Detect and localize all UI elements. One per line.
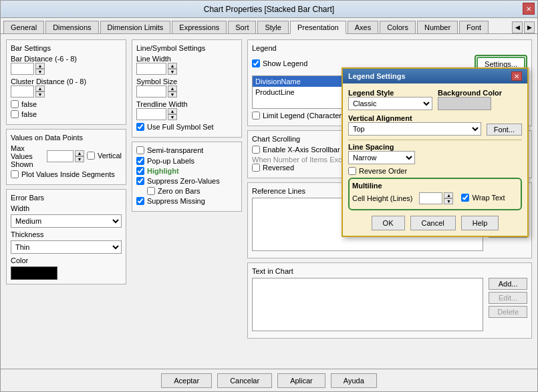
highlight-checkbox[interactable] bbox=[136, 167, 144, 175]
tab-nav-right[interactable]: ▶ bbox=[524, 21, 535, 33]
symbol-size-down[interactable]: ▼ bbox=[168, 91, 177, 97]
max-values-input[interactable]: 100 bbox=[47, 150, 74, 162]
tab-axes[interactable]: Axes bbox=[348, 21, 378, 33]
thickness-dropdown[interactable]: Thin bbox=[11, 240, 122, 254]
bg-color-picker[interactable] bbox=[438, 97, 491, 110]
tab-nav-left[interactable]: ◀ bbox=[512, 21, 523, 33]
wrap-text-label: Wrap Text bbox=[472, 194, 505, 202]
bar-distance-input[interactable]: 2 bbox=[11, 63, 34, 75]
tab-sort[interactable]: Sort bbox=[228, 21, 256, 33]
values-title: Values on Data Points bbox=[11, 134, 122, 142]
cluster-distance-up[interactable]: ▲ bbox=[35, 85, 45, 91]
dialog-cancel-button[interactable]: Cancel bbox=[410, 216, 456, 230]
max-values-up[interactable]: ▲ bbox=[75, 150, 84, 156]
trendline-width-label: Trendline Width bbox=[136, 100, 237, 108]
suppress-missing-checkbox[interactable] bbox=[136, 197, 144, 205]
accept-button[interactable]: Aceptar bbox=[161, 373, 212, 388]
font-button[interactable]: Font... bbox=[487, 124, 522, 136]
window-close-button[interactable]: ✕ bbox=[523, 3, 535, 15]
limit-legend-checkbox[interactable] bbox=[252, 112, 260, 120]
tab-font[interactable]: Font bbox=[459, 21, 489, 33]
legend-style-dropdown[interactable]: Classic bbox=[348, 97, 432, 110]
line-spacing-label: Line Spacing bbox=[348, 143, 522, 151]
text-delete-button[interactable]: Delete bbox=[489, 306, 527, 318]
dialog-help-button[interactable]: Help bbox=[461, 216, 499, 230]
apply-button[interactable]: Aplicar bbox=[277, 373, 325, 388]
tab-general[interactable]: General bbox=[3, 21, 44, 33]
symbol-size-up[interactable]: ▲ bbox=[168, 85, 177, 91]
reverse-order-checkbox[interactable] bbox=[348, 167, 356, 175]
allow-thin-bars-checkbox[interactable] bbox=[11, 100, 19, 108]
width-dropdown[interactable]: Medium bbox=[11, 214, 122, 228]
dialog-close-button[interactable]: ✕ bbox=[511, 71, 522, 81]
popup-labels-row: Pop-up Labels bbox=[136, 157, 237, 165]
vertical-align-col: Vertical Alignment Top bbox=[348, 114, 481, 136]
wrap-text-row: Wrap Text bbox=[461, 194, 505, 202]
zero-on-bars-checkbox[interactable] bbox=[147, 187, 155, 195]
popup-labels-checkbox[interactable] bbox=[136, 157, 144, 165]
text-edit-button[interactable]: Edit... bbox=[489, 292, 527, 304]
line-spacing-dropdown[interactable]: Narrow bbox=[348, 151, 415, 164]
color-row: Color bbox=[11, 256, 122, 264]
thickness-label: Thickness bbox=[11, 230, 44, 238]
vertical-checkbox[interactable] bbox=[87, 152, 95, 160]
data-point-group: Semi-transparent Pop-up Labels Highlight… bbox=[132, 142, 242, 212]
main-window: Chart Properties [Stacked Bar Chart] ✕ G… bbox=[0, 0, 538, 392]
semi-transparent-section: Semi-transparent bbox=[136, 146, 237, 154]
dialog-content: Legend Style Classic Background Color Ve… bbox=[343, 83, 527, 236]
reversed-checkbox[interactable] bbox=[252, 164, 260, 172]
wrap-text-checkbox[interactable] bbox=[461, 194, 469, 202]
dialog-title-bar: Legend Settings ✕ bbox=[343, 69, 527, 83]
dialog-ok-button[interactable]: OK bbox=[372, 216, 405, 230]
text-add-button[interactable]: Add... bbox=[489, 278, 527, 290]
tab-presentation[interactable]: Presentation bbox=[290, 21, 346, 34]
show-legend-checkbox[interactable] bbox=[252, 59, 260, 67]
popup-labels-label: Pop-up Labels bbox=[147, 157, 194, 165]
line-width-input[interactable]: 2 pt bbox=[136, 63, 166, 75]
text-action-buttons: Add... Edit... Delete bbox=[489, 278, 527, 334]
tab-bar: General Dimensions Dimension Limits Expr… bbox=[1, 18, 537, 34]
color-picker[interactable] bbox=[11, 266, 57, 280]
cluster-distance-spinner: ▲ ▼ bbox=[35, 85, 45, 97]
text-section: Add... Edit... Delete bbox=[252, 278, 527, 334]
error-bars-title: Error Bars bbox=[11, 194, 122, 202]
tab-dimension-limits[interactable]: Dimension Limits bbox=[100, 21, 171, 33]
tab-number[interactable]: Number bbox=[417, 21, 458, 33]
help-button[interactable]: Ayuda bbox=[331, 373, 377, 388]
max-values-label: Max Values Shown bbox=[11, 144, 44, 168]
show-all-bars-checkbox[interactable] bbox=[11, 110, 19, 118]
vertical-row: Vertical bbox=[87, 152, 122, 160]
reversed-label: Reversed bbox=[263, 164, 294, 172]
line-width-up[interactable]: ▲ bbox=[168, 63, 177, 69]
cluster-distance-down[interactable]: ▼ bbox=[35, 91, 45, 97]
semi-transparent-checkbox[interactable] bbox=[136, 146, 144, 154]
vertical-align-dropdown[interactable]: Top bbox=[348, 122, 481, 136]
trendline-width-input[interactable]: 1 pt bbox=[136, 108, 166, 120]
line-width-label: Line Width bbox=[136, 55, 237, 63]
tab-expressions[interactable]: Expressions bbox=[172, 21, 227, 33]
cell-height-down[interactable]: ▼ bbox=[444, 198, 453, 204]
bg-color-label: Background Color bbox=[438, 89, 522, 97]
plot-inside-checkbox[interactable] bbox=[11, 170, 19, 178]
line-width-down[interactable]: ▼ bbox=[168, 69, 177, 75]
trendline-width-up[interactable]: ▲ bbox=[168, 108, 177, 114]
tab-colors[interactable]: Colors bbox=[380, 21, 416, 33]
cell-height-up[interactable]: ▲ bbox=[444, 192, 453, 198]
use-full-symbol-checkbox[interactable] bbox=[136, 123, 144, 131]
enable-scrollbar-checkbox[interactable] bbox=[252, 146, 260, 154]
color-label: Color bbox=[11, 256, 28, 264]
max-values-down[interactable]: ▼ bbox=[75, 156, 84, 162]
trendline-width-down[interactable]: ▼ bbox=[168, 114, 177, 120]
tab-dimensions[interactable]: Dimensions bbox=[45, 21, 98, 33]
bar-distance-up[interactable]: ▲ bbox=[35, 63, 45, 69]
line-spacing-row: Line Spacing Narrow bbox=[348, 143, 522, 164]
bar-distance-down[interactable]: ▼ bbox=[35, 69, 45, 75]
symbol-size-input[interactable]: 2 pt bbox=[136, 85, 166, 97]
tab-nav: ◀ ▶ bbox=[512, 21, 535, 33]
suppress-zero-checkbox[interactable] bbox=[136, 177, 144, 185]
bg-color-col: Background Color bbox=[438, 89, 522, 110]
cell-height-input[interactable]: 2 bbox=[419, 192, 442, 204]
cancel-button[interactable]: Cancelar bbox=[217, 373, 272, 388]
tab-style[interactable]: Style bbox=[257, 21, 288, 33]
cluster-distance-input[interactable]: 5 bbox=[11, 85, 34, 97]
